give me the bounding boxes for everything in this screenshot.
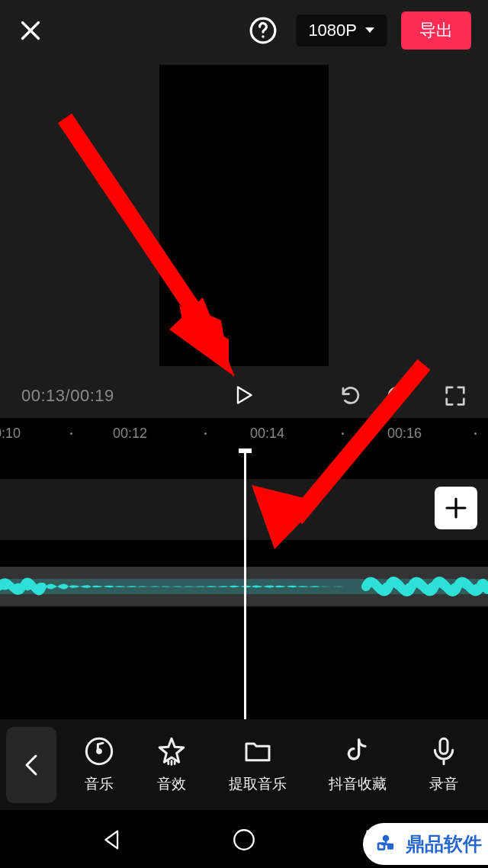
timeline[interactable]	[0, 448, 488, 719]
tool-label: 录音	[429, 774, 458, 794]
preview-area	[0, 65, 488, 370]
undo-icon	[339, 384, 362, 407]
ruler-tick	[204, 432, 207, 435]
watermark-logo-icon	[374, 832, 398, 857]
top-bar: 1080P 导出	[0, 0, 488, 61]
star-icon	[156, 736, 187, 767]
tool-label: 抖音收藏	[329, 774, 387, 794]
tool-douyin-favorites[interactable]: 抖音收藏	[329, 736, 387, 794]
tool-extract-music[interactable]: 提取音乐	[229, 736, 287, 794]
nav-home-button[interactable]	[231, 827, 257, 853]
tool-sound-effect[interactable]: 音效	[156, 736, 187, 794]
transport-bar: 00:13/00:19	[0, 377, 488, 415]
watermark-text: 鼎品软件	[406, 831, 482, 857]
plus-icon	[444, 496, 468, 520]
folder-icon	[242, 736, 273, 767]
tool-record[interactable]: 录音	[429, 736, 459, 794]
help-icon	[249, 16, 278, 45]
ruler-tick	[342, 432, 344, 435]
bottom-toolbar: 音乐 音效 提取音乐 抖音收藏	[0, 719, 488, 811]
help-button[interactable]	[249, 16, 278, 45]
video-preview[interactable]	[159, 65, 329, 366]
svg-point-1	[262, 35, 265, 37]
tool-label: 音乐	[85, 774, 114, 794]
fullscreen-button[interactable]	[444, 384, 467, 407]
tool-music[interactable]: 音乐	[84, 736, 114, 794]
resolution-select[interactable]: 1080P	[296, 14, 387, 47]
ruler-tick	[70, 432, 72, 435]
ruler-mark: 00:16	[387, 426, 422, 442]
fullscreen-icon	[444, 384, 467, 407]
timecode-label: 00:13/00:19	[21, 386, 114, 406]
watermark: 鼎品软件	[363, 823, 488, 865]
ruler-mark: 00:14	[250, 426, 284, 442]
resolution-label: 1080P	[308, 21, 357, 40]
svg-rect-6	[440, 738, 448, 754]
nav-back-button[interactable]	[99, 827, 125, 853]
ruler-mark: 0:10	[0, 426, 21, 442]
export-button[interactable]: 导出	[401, 11, 471, 50]
triangle-left-icon	[99, 827, 125, 853]
undo-button[interactable]	[339, 384, 362, 407]
redo-icon	[385, 384, 408, 407]
tool-label: 音效	[157, 774, 186, 794]
tool-label: 提取音乐	[229, 774, 287, 794]
timeline-ruler[interactable]: 0:10 00:12 00:14 00:16	[0, 418, 488, 448]
chevron-down-icon	[364, 27, 375, 34]
redo-button[interactable]	[385, 384, 408, 407]
douyin-icon	[342, 736, 373, 767]
close-icon	[17, 17, 44, 44]
play-button[interactable]	[233, 384, 255, 407]
music-disc-icon	[84, 736, 114, 767]
svg-point-7	[234, 830, 254, 850]
close-button[interactable]	[17, 17, 44, 44]
back-button[interactable]	[6, 727, 56, 803]
chevron-left-icon	[24, 754, 38, 776]
ruler-mark: 00:12	[113, 426, 147, 442]
ruler-tick	[474, 432, 477, 435]
playhead[interactable]	[244, 448, 246, 719]
play-icon	[233, 384, 254, 406]
add-clip-button[interactable]	[435, 487, 477, 529]
circle-icon	[231, 827, 257, 853]
mic-icon	[429, 736, 459, 767]
svg-point-9	[383, 834, 390, 841]
